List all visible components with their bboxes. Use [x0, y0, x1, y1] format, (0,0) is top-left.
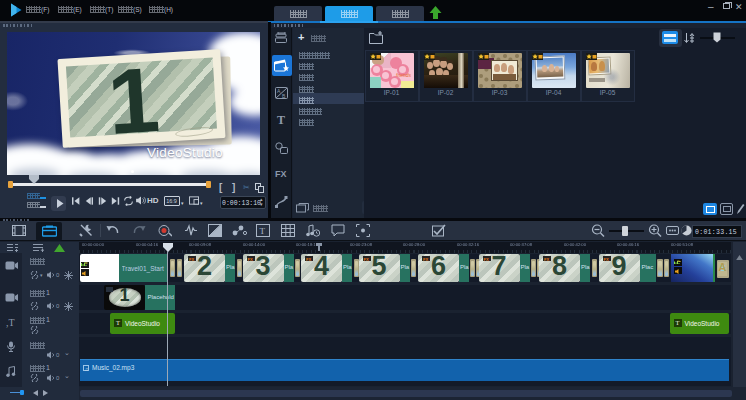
- svg-text:T: T: [260, 226, 266, 236]
- svg-text:B: B: [282, 93, 286, 99]
- svg-text:A: A: [277, 88, 281, 94]
